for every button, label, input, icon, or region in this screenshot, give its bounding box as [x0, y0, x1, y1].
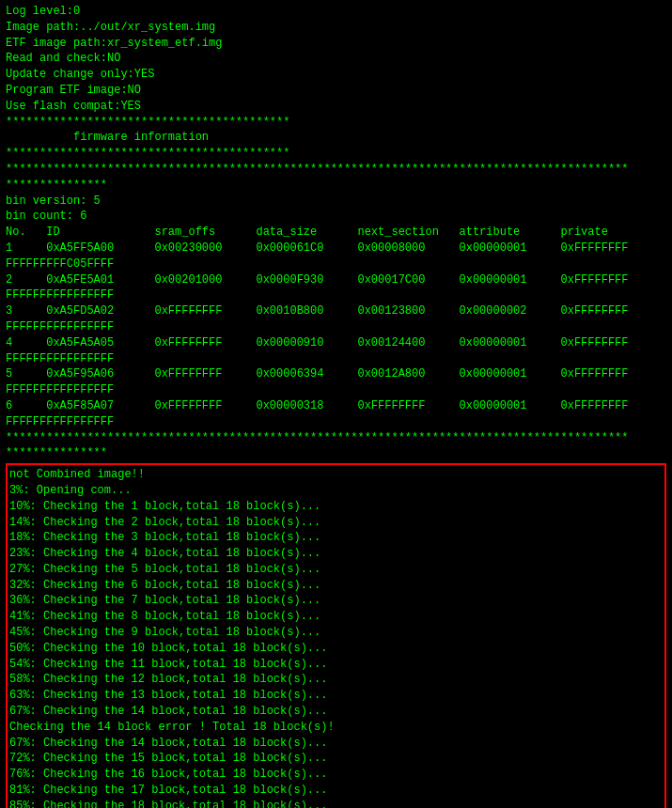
terminal-line: firmware information	[6, 130, 666, 146]
highlighted-line: 81%: Checking the 17 block,total 18 bloc…	[9, 783, 663, 799]
terminal-line: FFFFFFFFFFFFFFFF	[6, 414, 666, 430]
terminal-line: 6 0xA5F85A07 0xFFFFFFFF 0x00000318 0xFFF…	[6, 398, 666, 414]
highlighted-line: 67%: Checking the 14 block,total 18 bloc…	[9, 704, 663, 720]
terminal-line: ***************	[6, 445, 666, 461]
highlighted-line: 18%: Checking the 3 block,total 18 block…	[9, 530, 663, 546]
terminal-line: 3 0xA5FD5A02 0xFFFFFFFF 0x0010B800 0x001…	[6, 303, 666, 319]
terminal-line: bin count: 6	[6, 209, 666, 225]
terminal-line: ***************	[6, 178, 666, 194]
top-section: Log level:0Image path:../out/xr_system.i…	[6, 4, 666, 461]
highlighted-line: 32%: Checking the 6 block,total 18 block…	[9, 578, 663, 594]
highlighted-line: 58%: Checking the 12 block,total 18 bloc…	[9, 672, 663, 688]
terminal-line: FFFFFFFFFFFFFFFF	[6, 351, 666, 367]
highlighted-line: 10%: Checking the 1 block,total 18 block…	[9, 499, 663, 515]
terminal-line: 5 0xA5F95A06 0xFFFFFFFF 0x00006394 0x001…	[6, 366, 666, 382]
terminal-line: Update change only:YES	[6, 67, 666, 83]
highlighted-section: not Combined image!!3%: Opening com...10…	[6, 463, 666, 808]
highlighted-line: 23%: Checking the 4 block,total 18 block…	[9, 546, 663, 562]
highlighted-line: 27%: Checking the 5 block,total 18 block…	[9, 562, 663, 578]
highlighted-line: 14%: Checking the 2 block,total 18 block…	[9, 515, 663, 531]
terminal-line: ****************************************…	[6, 162, 666, 178]
highlighted-line: 36%: Checking the 7 block,total 18 block…	[9, 593, 663, 609]
terminal-line: No. ID sram_offs data_size next_section …	[6, 225, 666, 241]
terminal-line: 4 0xA5FA5A05 0xFFFFFFFF 0x00000910 0x001…	[6, 335, 666, 351]
terminal-line: ****************************************…	[6, 146, 666, 162]
terminal-line: Log level:0	[6, 4, 666, 20]
highlighted-line: 76%: Checking the 16 block,total 18 bloc…	[9, 767, 663, 783]
highlighted-line: 63%: Checking the 13 block,total 18 bloc…	[9, 688, 663, 704]
terminal-line: Use flash compat:YES	[6, 99, 666, 115]
terminal-line: ****************************************…	[6, 115, 666, 131]
highlighted-line: 67%: Checking the 14 block,total 18 bloc…	[9, 736, 663, 752]
terminal-line: FFFFFFFFFFFFFFFF	[6, 319, 666, 335]
highlighted-line: Checking the 14 block error ! Total 18 b…	[9, 720, 663, 736]
terminal-line: FFFFFFFFFFFFFFFF	[6, 287, 666, 303]
terminal-line: 1 0xA5FF5A00 0x00230000 0x000061C0 0x000…	[6, 241, 666, 256]
highlighted-line: 41%: Checking the 8 block,total 18 block…	[9, 609, 663, 625]
terminal-line: 2 0xA5FE5A01 0x00201000 0x0000F930 0x000…	[6, 272, 666, 288]
terminal-line: Image path:../out/xr_system.img	[6, 20, 666, 36]
terminal-line: ****************************************…	[6, 430, 666, 446]
highlighted-line: 3%: Opening com...	[9, 483, 663, 499]
terminal-line: bin version: 5	[6, 194, 666, 210]
highlighted-line: not Combined image!!	[9, 467, 663, 483]
terminal-line: Read and check:NO	[6, 51, 666, 67]
highlighted-line: 54%: Checking the 11 block,total 18 bloc…	[9, 657, 663, 673]
highlighted-line: 45%: Checking the 9 block,total 18 block…	[9, 625, 663, 641]
terminal-line: FFFFFFFFFC05FFFF	[6, 256, 666, 272]
highlighted-line: 50%: Checking the 10 block,total 18 bloc…	[9, 641, 663, 657]
terminal-line: FFFFFFFFFFFFFFFF	[6, 382, 666, 398]
terminal: Log level:0Image path:../out/xr_system.i…	[0, 0, 672, 808]
highlighted-line: 85%: Checking the 18 block,total 18 bloc…	[9, 799, 663, 808]
terminal-line: ETF image path:xr_system_etf.img	[6, 36, 666, 52]
terminal-line: Program ETF image:NO	[6, 83, 666, 99]
highlighted-line: 72%: Checking the 15 block,total 18 bloc…	[9, 751, 663, 767]
